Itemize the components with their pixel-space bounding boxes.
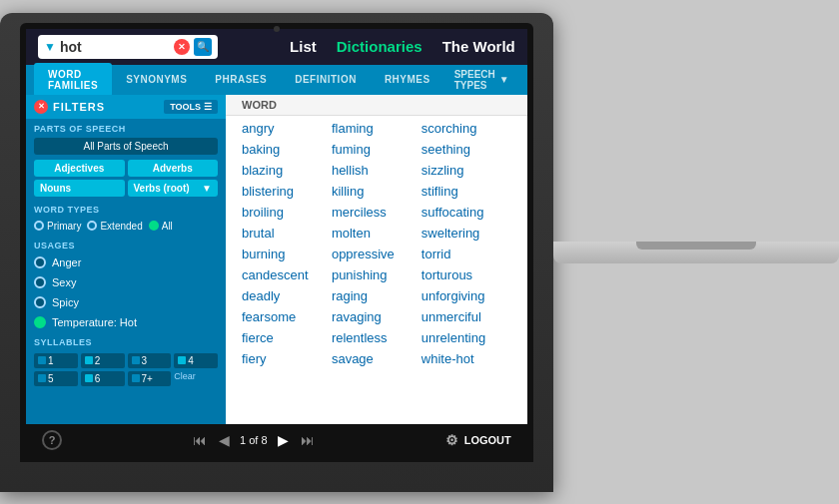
word-type-extended[interactable]: Extended: [87, 221, 142, 232]
word-item[interactable]: sizzling: [421, 162, 511, 179]
tab-phrases[interactable]: Phrases: [201, 68, 281, 91]
bottom-bar: ? ⏮ ◀ 1 of 8 ▶ ⏭ ⚙ LOGOUT: [26, 424, 527, 456]
search-box[interactable]: ▼ hot ✕ 🔍: [38, 35, 218, 59]
word-item[interactable]: killing: [332, 183, 421, 200]
pos-nouns-label: Nouns: [40, 183, 71, 194]
radio-all-icon: [149, 221, 159, 231]
word-item[interactable]: fearsome: [242, 308, 332, 325]
syllable-3[interactable]: 3: [128, 353, 172, 368]
word-item[interactable]: torrid: [421, 246, 511, 262]
syllable-4[interactable]: 4: [174, 353, 218, 368]
pos-nouns[interactable]: Nouns: [34, 180, 125, 197]
header-col-2: [332, 99, 421, 111]
usage-sexy[interactable]: Sexy: [26, 272, 226, 292]
tab-synonyms[interactable]: Synonyms: [112, 68, 201, 91]
word-item[interactable]: broiling: [242, 204, 332, 221]
pos-adverbs[interactable]: Adverbs: [128, 160, 219, 177]
usages-label: USAGES: [26, 236, 226, 252]
header-col-3: [421, 99, 511, 111]
word-item[interactable]: oppressive: [332, 246, 421, 262]
usage-temp-label: Temperature: Hot: [52, 316, 137, 328]
word-item[interactable]: blistering: [242, 183, 332, 200]
word-item[interactable]: unforgiving: [421, 287, 511, 304]
word-type-extended-label: Extended: [100, 221, 142, 232]
syllable-1[interactable]: 1: [34, 353, 78, 368]
word-item[interactable]: fierce: [242, 329, 332, 346]
word-type-all[interactable]: All: [149, 221, 173, 232]
word-item[interactable]: candescent: [242, 266, 332, 283]
usage-spicy[interactable]: Spicy: [26, 292, 226, 312]
search-clear-icon[interactable]: ✕: [174, 39, 190, 55]
word-item[interactable]: suffocating: [421, 204, 511, 221]
filters-clear-icon[interactable]: ✕: [34, 100, 48, 114]
page-first-button[interactable]: ⏮: [191, 432, 209, 448]
logout-area[interactable]: ⚙ LOGOUT: [445, 432, 511, 448]
word-item[interactable]: scorching: [421, 120, 511, 137]
word-item[interactable]: baking: [242, 141, 332, 158]
word-item[interactable]: savage: [332, 350, 421, 367]
pagination: ⏮ ◀ 1 of 8 ▶ ⏭: [191, 432, 317, 448]
syllable-6[interactable]: 6: [81, 371, 125, 386]
nav-world[interactable]: The World: [442, 38, 515, 55]
word-item[interactable]: seething: [421, 141, 511, 158]
syllables-grid-2: 5 6 7+ Clear: [34, 371, 218, 386]
tab-speech-types[interactable]: Speech Types ▼: [444, 63, 519, 97]
word-item[interactable]: blazing: [242, 162, 332, 179]
syllable-5[interactable]: 5: [34, 371, 78, 386]
word-type-primary-label: Primary: [47, 221, 81, 232]
all-parts-button[interactable]: All Parts of Speech: [34, 138, 218, 155]
page-next-button[interactable]: ▶: [276, 432, 291, 448]
usage-temperature-hot[interactable]: Temperature: Hot: [26, 312, 226, 332]
help-button[interactable]: ?: [42, 430, 62, 450]
word-item[interactable]: angry: [242, 120, 332, 137]
tools-menu-icon: ☰: [204, 102, 212, 112]
word-item[interactable]: unmerciful: [421, 308, 511, 325]
logout-icon: ⚙: [445, 432, 458, 448]
page-prev-button[interactable]: ◀: [217, 432, 232, 448]
word-item[interactable]: stifling: [421, 183, 511, 200]
word-item[interactable]: hellish: [332, 162, 421, 179]
word-item[interactable]: deadly: [242, 287, 332, 304]
word-item[interactable]: relentless: [332, 329, 421, 346]
syllables-clear-button[interactable]: Clear: [174, 371, 218, 386]
syllable-2[interactable]: 2: [81, 353, 125, 368]
filters-label-group: ✕ FILTERS: [34, 100, 105, 114]
tools-label: TOOLS: [170, 102, 201, 112]
pos-verbs[interactable]: Verbs (root) ▼: [128, 180, 219, 197]
word-item[interactable]: torturous: [421, 266, 511, 283]
tab-definition[interactable]: Definition: [281, 68, 371, 91]
word-item[interactable]: punishing: [332, 266, 421, 283]
speech-types-arrow-icon: ▼: [499, 74, 509, 85]
tools-button[interactable]: TOOLS ☰: [164, 100, 218, 114]
pos-section-label: PARTS OF SPEECH: [26, 119, 226, 136]
word-item[interactable]: burning: [242, 246, 332, 262]
word-item[interactable]: brutal: [242, 225, 332, 242]
syllables-section: 1 2 3 4 5 6 7+ Clear: [26, 349, 226, 393]
word-list-header: Word: [226, 95, 527, 116]
nav-dictionaries[interactable]: Dictionaries: [337, 38, 422, 55]
page-last-button[interactable]: ⏭: [299, 432, 317, 448]
top-nav: List Dictionaries The World: [290, 38, 515, 55]
word-type-primary[interactable]: Primary: [34, 221, 81, 232]
pos-adjectives[interactable]: Adjectives: [34, 160, 125, 177]
search-input[interactable]: hot: [60, 39, 170, 55]
tab-word-families[interactable]: Word Families: [34, 63, 112, 97]
search-icon[interactable]: 🔍: [194, 38, 212, 56]
word-item[interactable]: raging: [332, 287, 421, 304]
word-item[interactable]: fuming: [332, 141, 421, 158]
tab-rhymes[interactable]: Rhymes: [371, 68, 444, 91]
word-item[interactable]: unrelenting: [421, 329, 511, 346]
tab-speech-types-label: Speech Types: [454, 69, 495, 91]
top-bar: ▼ hot ✕ 🔍 List Dictionaries The World: [26, 29, 527, 65]
nav-list[interactable]: List: [290, 38, 317, 55]
word-item[interactable]: molten: [332, 225, 421, 242]
word-item[interactable]: white-hot: [421, 350, 511, 367]
syllable-7plus[interactable]: 7+: [128, 371, 172, 386]
word-item[interactable]: sweltering: [421, 225, 511, 242]
word-item[interactable]: fiery: [242, 350, 332, 367]
usage-anger[interactable]: Anger: [26, 252, 226, 272]
page-info: 1 of 8: [240, 434, 268, 446]
word-item[interactable]: merciless: [332, 204, 421, 221]
word-item[interactable]: ravaging: [332, 308, 421, 325]
word-item[interactable]: flaming: [332, 120, 421, 137]
